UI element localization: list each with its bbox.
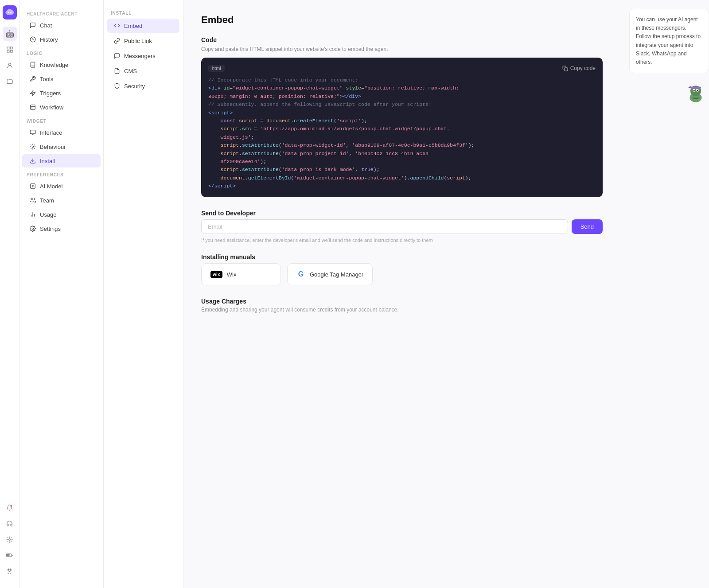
usage-section-desc: Embedding and sharing your agent will co… xyxy=(201,307,603,313)
info-card: You can use your AI agent in these messe… xyxy=(629,9,709,73)
sidebar-ai-model-label: AI Model xyxy=(40,183,62,190)
copy-code-button[interactable]: Copy code xyxy=(562,65,596,71)
install-cms-label: CMS xyxy=(124,68,137,74)
widget-section-label: WIDGET xyxy=(19,114,103,125)
main-sidebar: HEALTHCARE AGENT Chat History LOGIC Know… xyxy=(19,0,104,588)
install-item-cms[interactable]: CMS xyxy=(107,64,179,78)
usage-icon xyxy=(29,211,36,218)
copy-code-label: Copy code xyxy=(570,65,596,71)
logic-section-label: LOGIC xyxy=(19,47,103,58)
install-item-messengers[interactable]: Messengers xyxy=(107,49,179,63)
manual-card-wix[interactable]: wix Wix xyxy=(201,263,281,285)
sidebar-item-install[interactable]: Install xyxy=(22,154,101,167)
wix-badge: wix xyxy=(210,271,222,278)
rail-icon-bug[interactable] xyxy=(3,564,17,578)
send-button[interactable]: Send xyxy=(572,219,603,234)
cms-icon xyxy=(113,67,121,74)
install-embed-label: Embed xyxy=(124,23,142,29)
install-public-link-label: Public Link xyxy=(124,38,152,44)
wix-label: Wix xyxy=(227,271,237,278)
google-g-icon: G xyxy=(296,270,305,279)
install-icon xyxy=(29,157,36,164)
rail-icon-ai[interactable]: 🤖 xyxy=(3,27,17,41)
security-icon xyxy=(113,82,121,90)
chat-icon xyxy=(29,22,36,29)
install-section-label: INSTALL xyxy=(104,6,183,18)
send-helper-text: If you need assistance, enter the develo… xyxy=(201,238,603,243)
sidebar-item-behaviour[interactable]: Behaviour xyxy=(22,140,101,153)
svg-point-7 xyxy=(10,505,12,506)
svg-rect-3 xyxy=(10,47,12,49)
svg-rect-28 xyxy=(565,67,568,70)
sidebar-item-triggers[interactable]: Triggers xyxy=(22,86,101,100)
svg-rect-14 xyxy=(31,105,35,110)
history-icon xyxy=(29,36,36,43)
app-logo[interactable] xyxy=(3,5,17,19)
manual-card-gtm[interactable]: G Google Tag Manager xyxy=(287,263,373,285)
code-content[interactable]: // Incorporate this HTML code into your … xyxy=(208,76,596,190)
knowledge-icon xyxy=(29,61,36,68)
sidebar-item-ai-model[interactable]: AI Model xyxy=(22,179,101,193)
svg-point-1 xyxy=(10,12,12,13)
svg-point-6 xyxy=(8,63,11,66)
svg-point-23 xyxy=(31,198,33,200)
sidebar-item-knowledge[interactable]: Knowledge xyxy=(22,58,101,71)
rail-icon-headset[interactable] xyxy=(3,516,17,530)
send-section-title: Send to Developer xyxy=(201,210,603,217)
sidebar-item-team[interactable]: Team xyxy=(22,194,101,207)
sidebar-item-tools[interactable]: Tools xyxy=(22,72,101,86)
embed-code-icon xyxy=(113,22,121,29)
sidebar-knowledge-label: Knowledge xyxy=(40,62,68,68)
send-to-developer-row: Send xyxy=(201,219,603,234)
code-block: html Copy code // Incorporate this HTML … xyxy=(201,58,603,197)
sidebar-team-label: Team xyxy=(40,197,54,204)
svg-point-27 xyxy=(32,228,34,230)
rail-bottom xyxy=(3,500,17,583)
sidebar-tools-label: Tools xyxy=(40,76,53,82)
page-title: Embed xyxy=(201,14,603,26)
rail-icon-battery[interactable] xyxy=(3,548,17,562)
sidebar-install-label: Install xyxy=(40,158,55,164)
svg-rect-17 xyxy=(30,130,35,134)
svg-rect-10 xyxy=(7,554,9,557)
sidebar-item-interface[interactable]: Interface xyxy=(22,126,101,139)
rail-icon-folder[interactable] xyxy=(3,74,17,89)
icon-rail: 🤖 xyxy=(0,0,19,588)
svg-point-33 xyxy=(693,90,695,91)
messengers-icon xyxy=(113,52,121,59)
install-messengers-label: Messengers xyxy=(124,53,156,59)
code-block-header: html Copy code xyxy=(208,65,596,72)
sidebar-item-history[interactable]: History xyxy=(22,33,101,46)
info-card-text: You can use your AI agent in these messe… xyxy=(636,16,702,66)
svg-point-0 xyxy=(8,12,9,13)
svg-rect-4 xyxy=(7,50,9,52)
email-input[interactable] xyxy=(201,219,568,234)
sidebar-item-workflow[interactable]: Workflow xyxy=(22,101,101,114)
svg-point-20 xyxy=(32,146,34,148)
code-section-desc: Copy and paste this HTML snippet into yo… xyxy=(201,46,603,52)
prefs-section-label: PREFERENCES xyxy=(19,168,103,179)
code-section-title: Code xyxy=(201,36,603,43)
install-security-label: Security xyxy=(124,83,145,90)
rail-icon-notifications[interactable] xyxy=(3,43,17,57)
sidebar-interface-label: Interface xyxy=(40,129,62,136)
rail-icon-person[interactable] xyxy=(3,58,17,73)
install-item-security[interactable]: Security xyxy=(107,79,179,93)
rail-icon-bell-bottom[interactable] xyxy=(3,500,17,514)
settings-icon xyxy=(29,225,36,232)
svg-marker-13 xyxy=(31,90,35,96)
sidebar-workflow-label: Workflow xyxy=(40,104,63,111)
svg-rect-5 xyxy=(10,50,12,52)
usage-section-title: Usage Charges xyxy=(201,298,603,305)
svg-point-8 xyxy=(9,538,11,540)
sidebar-item-usage[interactable]: Usage xyxy=(22,208,101,221)
install-item-embed[interactable]: Embed xyxy=(107,19,179,33)
sidebar-item-settings[interactable]: Settings xyxy=(22,222,101,235)
tools-icon xyxy=(29,75,36,82)
agent-section-label: HEALTHCARE AGENT xyxy=(19,6,103,18)
sidebar-triggers-label: Triggers xyxy=(40,90,61,97)
workflow-icon xyxy=(29,104,36,111)
install-item-public-link[interactable]: Public Link xyxy=(107,34,179,48)
rail-icon-settings-bottom[interactable] xyxy=(3,532,17,546)
sidebar-item-chat[interactable]: Chat xyxy=(22,19,101,32)
